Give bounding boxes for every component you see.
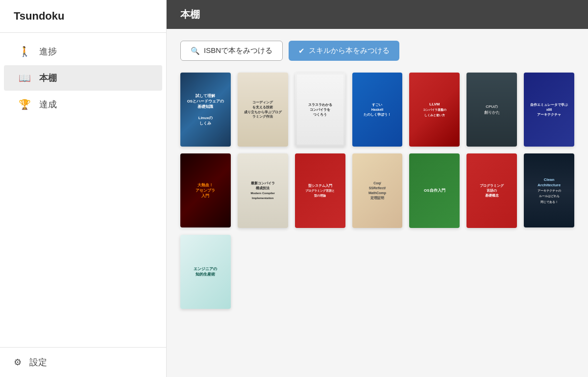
book-cpu[interactable]: CPUの創りかた <box>466 73 517 147</box>
sidebar-nav: 🚶 進捗 📖 本棚 🏆 達成 <box>0 33 166 347</box>
book-engineer[interactable]: エンジニアの知的生産術 <box>180 235 231 309</box>
book-haskell[interactable]: すごいHaskellたのしく学ぼう！ <box>352 73 403 147</box>
book-grid: 試して理解OSとハードウェアの基礎知識Linuxのしくみ コーディングを支える技… <box>180 73 574 309</box>
progress-icon: 🚶 <box>18 46 31 57</box>
sidebar: Tsundoku 🚶 進捗 📖 本棚 🏆 達成 ⚙ 設定 <box>0 0 167 377</box>
book-compiler1[interactable]: スラスラわかるコンパイラをつくろう <box>295 73 345 147</box>
isbn-search-button[interactable]: 🔍 ISBNで本をみつける <box>180 41 283 61</box>
main-panel: 本棚 🔍 ISBNで本をみつける ✔ スキルから本をみつける 試して理解OSとハ… <box>167 0 588 377</box>
settings-label: 設定 <box>29 356 47 368</box>
book-proglang[interactable]: プログラミング言語の基礎概念 <box>466 153 517 227</box>
skill-button-label: スキルから本をみつける <box>309 46 390 55</box>
book-assembly[interactable]: 大熱血！アセンブラ入門 <box>180 153 231 227</box>
sidebar-item-achievement-label: 達成 <box>39 99 57 110</box>
book-clean[interactable]: CleanArchitectureアーキテクチャのルールはどれも同じである！ <box>524 153 574 227</box>
achievement-icon: 🏆 <box>18 99 31 110</box>
book-x86[interactable]: 自作エミュレータで学ぶx86アーキテクチャ <box>524 73 574 147</box>
sidebar-item-achievement[interactable]: 🏆 達成 <box>4 92 162 117</box>
settings-icon: ⚙ <box>14 357 22 368</box>
checkmark-icon: ✔ <box>298 47 305 55</box>
main-content: 🔍 ISBNで本をみつける ✔ スキルから本をみつける 試して理解OSとハードウ… <box>167 29 588 377</box>
app-title: Tsundoku <box>0 0 166 33</box>
settings-item[interactable]: ⚙ 設定 <box>14 356 152 368</box>
book-type[interactable]: 型システム入門プログラミング言語と型の理論 <box>295 153 345 227</box>
book-llvm[interactable]: LLVMコンパイラ基盤のしくみと使い方 <box>409 73 460 147</box>
search-icon: 🔍 <box>191 47 200 55</box>
action-bar: 🔍 ISBNで本をみつける ✔ スキルから本をみつける <box>180 41 574 61</box>
main-header: 本棚 <box>167 0 588 29</box>
isbn-button-label: ISBNで本をみつける <box>204 46 272 55</box>
book-coding[interactable]: コーディングを支える技術成り立ちから学ぶプログラミング作法 <box>238 73 288 147</box>
book-os1[interactable]: OS自作入門 <box>409 153 460 227</box>
book-linux[interactable]: 試して理解OSとハードウェアの基礎知識Linuxのしくみ <box>180 73 231 147</box>
page-title: 本棚 <box>180 9 200 20</box>
book-compiler2[interactable]: 最新コンパイラ構成技法Modern CompilerImplementation <box>238 153 288 227</box>
sidebar-item-progress-label: 進捗 <box>39 46 57 57</box>
sidebar-footer: ⚙ 設定 <box>0 347 166 377</box>
sidebar-item-bookshelf-label: 本棚 <box>39 72 57 84</box>
book-coq[interactable]: Coq/SSReflect/MathComp定理証明 <box>352 153 403 227</box>
sidebar-item-bookshelf[interactable]: 📖 本棚 <box>4 65 162 91</box>
bookshelf-icon: 📖 <box>18 72 31 84</box>
skill-search-button[interactable]: ✔ スキルから本をみつける <box>289 41 399 61</box>
sidebar-item-progress[interactable]: 🚶 進捗 <box>4 39 162 64</box>
